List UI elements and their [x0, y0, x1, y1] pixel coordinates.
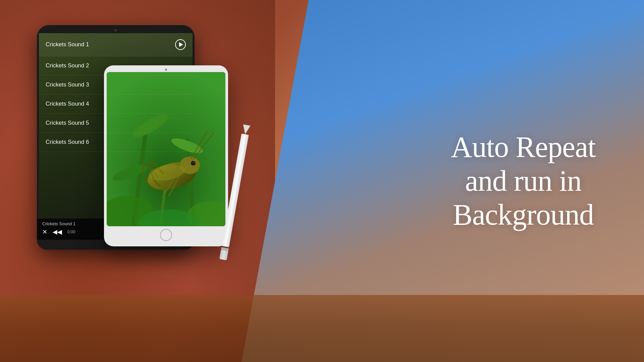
- play-triangle-icon: [179, 42, 183, 47]
- hero-line-2: and run in: [465, 165, 582, 197]
- hero-text-block: Auto Repeat and run in Background: [423, 130, 624, 232]
- hero-line-3: Background: [453, 199, 594, 231]
- list-item[interactable]: Crickets Sound 6: [39, 133, 193, 152]
- svg-point-10: [193, 162, 195, 164]
- list-item[interactable]: Crickets Sound 4: [39, 95, 193, 114]
- sound-name-2: Crickets Sound 2: [46, 62, 89, 69]
- skip-back-icon[interactable]: ◀◀: [53, 228, 62, 236]
- sound-name-5: Crickets Sound 5: [46, 120, 89, 126]
- list-item[interactable]: Crickets Sound 2: [39, 56, 193, 75]
- play-button-1[interactable]: [175, 39, 186, 50]
- white-tablet-home-button[interactable]: [160, 229, 172, 241]
- sound-list: Crickets Sound 1 Crickets Sound 2 Cricke…: [39, 33, 193, 152]
- sound-name-3: Crickets Sound 3: [46, 81, 89, 88]
- background-table: [0, 295, 644, 362]
- sound-name-6: Crickets Sound 6: [46, 139, 89, 145]
- sound-name-1: Crickets Sound 1: [46, 41, 89, 48]
- hero-line-1: Auto Repeat: [451, 131, 595, 163]
- list-item[interactable]: Crickets Sound 3: [39, 75, 193, 95]
- black-tablet-camera: [114, 29, 117, 32]
- shuffle-icon[interactable]: ✕: [42, 228, 47, 236]
- player-time: 0:00: [67, 230, 75, 234]
- list-item[interactable]: Crickets Sound 1: [39, 33, 193, 56]
- hero-title: Auto Repeat and run in Background: [423, 130, 624, 232]
- sound-name-4: Crickets Sound 4: [46, 101, 89, 107]
- list-item[interactable]: Crickets Sound 5: [39, 114, 193, 133]
